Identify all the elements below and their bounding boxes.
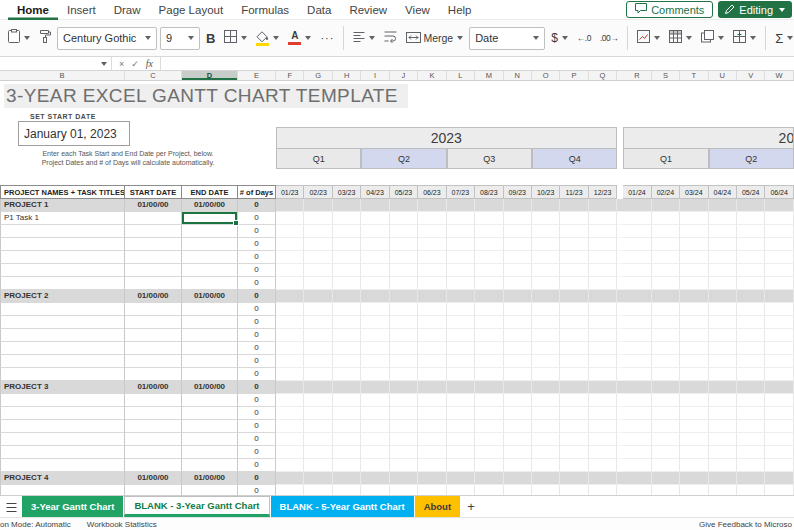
gantt-cell[interactable] [418, 355, 446, 368]
gantt-cell[interactable] [304, 212, 332, 225]
gantt-cell[interactable] [709, 433, 737, 446]
gantt-cell[interactable] [475, 381, 503, 394]
editing-button[interactable]: Editing [718, 1, 792, 18]
sheet-tab-blank-5-year-gantt-chart[interactable]: BLANK - 5-Year Gantt Chart [271, 496, 414, 517]
gantt-cell[interactable] [765, 225, 793, 238]
month-header-02-24[interactable]: 02/24 [652, 185, 680, 199]
gantt-cell[interactable] [680, 225, 708, 238]
gantt-cell[interactable] [276, 368, 304, 381]
gantt-cell[interactable] [680, 238, 708, 251]
gantt-cell[interactable] [333, 459, 361, 472]
gantt-cell[interactable] [532, 199, 560, 212]
month-header-07-23[interactable]: 07/23 [447, 185, 475, 199]
cancel-icon[interactable]: × [119, 59, 124, 69]
gantt-cell[interactable] [304, 277, 332, 290]
gantt-cell[interactable] [623, 433, 651, 446]
gantt-cell[interactable] [589, 316, 617, 329]
fill-color-button[interactable] [253, 29, 282, 48]
gantt-cell[interactable] [418, 264, 446, 277]
gantt-cell[interactable] [333, 212, 361, 225]
gantt-cell[interactable] [709, 303, 737, 316]
sheet-tab-3-year-gantt-chart[interactable]: 3-Year Gantt Chart [22, 496, 123, 517]
gantt-cell[interactable] [276, 329, 304, 342]
gantt-cell[interactable] [532, 368, 560, 381]
gantt-cell[interactable] [623, 472, 651, 485]
cell-end-date[interactable]: 01/00/00 [182, 199, 238, 212]
gantt-cell[interactable] [737, 199, 765, 212]
gantt-cell[interactable] [737, 316, 765, 329]
gantt-cell[interactable] [333, 420, 361, 433]
cell-num-days[interactable]: 0 [238, 251, 276, 264]
menu-tab-formulas[interactable]: Formulas [232, 0, 298, 20]
gantt-cell[interactable] [333, 446, 361, 459]
gantt-cell[interactable] [532, 407, 560, 420]
gantt-cell[interactable] [390, 329, 418, 342]
cell-end-date[interactable] [182, 355, 238, 368]
gantt-cell[interactable] [418, 433, 446, 446]
cell-start-date[interactable] [125, 225, 182, 238]
gantt-cell[interactable] [276, 355, 304, 368]
gantt-cell[interactable] [276, 485, 304, 495]
cell-end-date[interactable]: 01/00/00 [182, 290, 238, 303]
gantt-cell[interactable] [504, 225, 532, 238]
selected-cell[interactable] [182, 212, 238, 225]
more-font-options-button[interactable]: ··· [317, 30, 337, 46]
cell-task-name[interactable] [0, 264, 125, 277]
gantt-cell[interactable] [652, 420, 680, 433]
cell-start-date[interactable] [125, 355, 182, 368]
gantt-cell[interactable] [560, 238, 588, 251]
gantt-cell[interactable] [361, 290, 389, 303]
gantt-cell[interactable] [504, 264, 532, 277]
gantt-cell[interactable] [709, 251, 737, 264]
formula-input[interactable] [161, 57, 794, 70]
gantt-cell[interactable] [333, 355, 361, 368]
cell-end-date[interactable] [182, 264, 238, 277]
month-header-06-24[interactable]: 06/24 [765, 185, 793, 199]
cell-end-date[interactable] [182, 238, 238, 251]
month-header-08-23[interactable]: 08/23 [475, 185, 503, 199]
gantt-cell[interactable] [532, 316, 560, 329]
gantt-cell[interactable] [737, 446, 765, 459]
gantt-cell[interactable] [652, 238, 680, 251]
cell-end-date[interactable] [182, 277, 238, 290]
column-header-K[interactable]: K [418, 71, 446, 80]
cell-start-date[interactable] [125, 485, 182, 495]
cell-start-date[interactable]: 01/00/00 [125, 290, 182, 303]
gantt-cell[interactable] [560, 472, 588, 485]
gantt-cell[interactable] [475, 264, 503, 277]
gantt-cell[interactable] [652, 355, 680, 368]
gantt-cell[interactable] [737, 290, 765, 303]
gantt-cell[interactable] [560, 264, 588, 277]
gantt-cell[interactable] [333, 225, 361, 238]
gantt-cell[interactable] [589, 264, 617, 277]
gantt-cell[interactable] [361, 329, 389, 342]
gantt-cell[interactable] [504, 368, 532, 381]
cell-num-days[interactable]: 0 [238, 277, 276, 290]
gantt-cell[interactable] [709, 472, 737, 485]
gantt-cell[interactable] [623, 368, 651, 381]
gantt-cell[interactable] [333, 238, 361, 251]
gantt-cell[interactable] [418, 329, 446, 342]
gantt-cell[interactable] [623, 329, 651, 342]
cell-end-date[interactable] [182, 394, 238, 407]
gantt-cell[interactable] [652, 459, 680, 472]
gantt-cell[interactable] [560, 342, 588, 355]
cell-num-days[interactable]: 0 [238, 394, 276, 407]
gantt-cell[interactable] [737, 433, 765, 446]
gantt-cell[interactable] [390, 433, 418, 446]
gantt-cell[interactable] [361, 433, 389, 446]
gantt-cell[interactable] [652, 316, 680, 329]
gantt-cell[interactable] [504, 420, 532, 433]
gantt-cell[interactable] [418, 238, 446, 251]
gantt-cell[interactable] [680, 199, 708, 212]
gantt-cell[interactable] [652, 199, 680, 212]
gantt-cell[interactable] [333, 394, 361, 407]
gantt-cell[interactable] [589, 277, 617, 290]
gantt-cell[interactable] [532, 212, 560, 225]
menu-tab-home[interactable]: Home [8, 0, 58, 20]
gantt-cell[interactable] [560, 355, 588, 368]
gantt-cell[interactable] [361, 407, 389, 420]
gantt-cell[interactable] [560, 420, 588, 433]
gantt-cell[interactable] [737, 238, 765, 251]
gantt-cell[interactable] [532, 290, 560, 303]
